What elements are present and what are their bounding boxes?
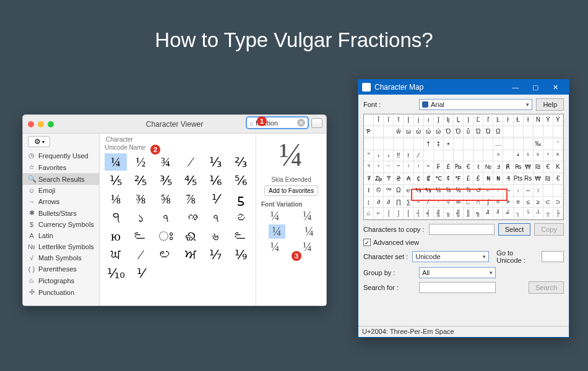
clear-search-button[interactable]: ✕	[297, 119, 305, 127]
character-cell[interactable]: ⅟	[204, 190, 227, 208]
character-cell[interactable]: ⅞	[464, 185, 473, 197]
character-cell[interactable]: Ī	[374, 114, 384, 126]
character-cell[interactable]: ⌡	[394, 208, 404, 220]
character-cell[interactable]	[424, 150, 434, 162]
font-variation-glyph[interactable]: ¼	[303, 240, 312, 254]
character-cell[interactable]: ∑	[404, 197, 413, 208]
character-cell[interactable]: ī	[384, 114, 394, 126]
character-cell[interactable]: ╣	[454, 208, 464, 220]
character-cell[interactable]: ∕	[424, 197, 434, 208]
character-cell[interactable]: ⁿ	[424, 161, 434, 173]
font-variation-glyph[interactable]: ¼	[269, 224, 285, 239]
character-cell[interactable]: ≡	[514, 197, 524, 208]
character-cell[interactable]: ੧	[105, 209, 127, 226]
character-cell[interactable]: ŵ	[394, 126, 404, 138]
character-cell[interactable]: ┬	[543, 208, 553, 220]
character-cell[interactable]: ⅖	[129, 172, 152, 189]
character-cell[interactable]: ΰ	[464, 126, 473, 138]
character-cell[interactable]: ↔	[524, 185, 534, 197]
character-cell[interactable]: ⅓	[414, 185, 424, 197]
character-cell[interactable]: ĭ	[394, 114, 404, 126]
character-cell[interactable]: ১	[129, 209, 152, 226]
character-cell[interactable]: ╡	[424, 208, 434, 220]
character-cell[interactable]: ǃ	[404, 150, 413, 162]
character-cell[interactable]: ║	[464, 208, 473, 220]
character-cell[interactable]: ©	[374, 185, 384, 197]
character-cell[interactable]: Ω	[394, 185, 404, 197]
character-cell[interactable]: ౬	[129, 228, 152, 245]
character-cell[interactable]	[155, 265, 177, 282]
character-cell[interactable]	[473, 150, 483, 162]
character-cell[interactable]: ₪	[543, 173, 553, 185]
character-cell[interactable]: ™	[384, 185, 394, 197]
character-cell[interactable]: ⅝	[155, 190, 177, 208]
character-cell[interactable]: ↑	[493, 185, 503, 197]
font-variation-glyph[interactable]: ¼	[305, 224, 314, 239]
character-cell[interactable]	[394, 139, 404, 150]
win-character-grid[interactable]: ĪīĭĮįıĵķĻļĽľĿŀŁłŃÝÝƤ ŵωώώώΌΌΰΏΏΩ †‡• … ‰…	[363, 114, 564, 220]
character-cell[interactable]: ∂	[374, 197, 384, 208]
character-cell[interactable]: ⅙	[204, 172, 227, 189]
character-cell[interactable]: ↓	[514, 185, 524, 197]
character-cell[interactable]	[543, 139, 553, 150]
character-cell[interactable]: ਅ	[179, 246, 202, 263]
character-cell[interactable]	[384, 139, 394, 150]
character-cell[interactable]	[230, 265, 252, 282]
character-cell[interactable]	[553, 185, 563, 197]
character-cell[interactable]: ⅔	[424, 185, 434, 197]
character-cell[interactable]: ↕	[534, 185, 543, 197]
advanced-view-checkbox[interactable]: ✓ Advanced view	[363, 239, 564, 246]
character-cell[interactable]: į	[414, 114, 424, 126]
character-cell[interactable]: ₤	[473, 173, 483, 185]
character-cell[interactable]	[503, 150, 513, 162]
character-cell[interactable]: └	[524, 208, 534, 220]
character-cell[interactable]: ‼	[394, 150, 404, 162]
character-cell[interactable]: ю	[105, 228, 127, 245]
character-cell[interactable]: ķ	[444, 114, 454, 126]
character-cell[interactable]: Ⅎ	[493, 161, 503, 173]
sidebar-item[interactable]: №Letterlike Symbols	[23, 241, 99, 252]
character-cell[interactable]: ≤	[524, 197, 534, 208]
character-cell[interactable]: ₰	[503, 173, 513, 185]
sidebar-item[interactable]: √Math Symbols	[23, 252, 99, 263]
sidebar-item[interactable]: ✢Punctuation	[23, 286, 99, 298]
character-cell[interactable]: ľ	[483, 114, 493, 126]
character-cell[interactable]: ⁴	[514, 150, 524, 162]
character-cell[interactable]: Ł	[514, 114, 524, 126]
character-cell[interactable]: ਘ	[105, 246, 127, 263]
character-cell[interactable]: ├	[553, 208, 563, 220]
character-cell[interactable]: ≈	[493, 197, 503, 208]
character-cell[interactable]: ⁰	[493, 150, 503, 162]
character-cell[interactable]: ∟	[464, 197, 473, 208]
character-cell[interactable]: ⁄	[179, 153, 202, 171]
character-cell[interactable]: ₯	[374, 173, 384, 185]
character-cell[interactable]: ₣	[434, 161, 444, 173]
character-cell[interactable]: │	[404, 208, 413, 220]
character-cell[interactable]	[179, 265, 202, 282]
font-select[interactable]: Arial ▾	[419, 99, 532, 110]
character-cell[interactable]: ╜	[493, 208, 503, 220]
character-cell[interactable]: ώ	[414, 126, 424, 138]
goto-unicode-input[interactable]	[542, 251, 564, 262]
character-cell[interactable]: ₡	[424, 173, 434, 185]
character-cell[interactable]	[444, 150, 454, 162]
character-cell[interactable]: ′	[553, 139, 563, 150]
character-cell[interactable]: ଈ	[179, 228, 202, 245]
character-cell[interactable]: ‰	[534, 139, 543, 150]
charset-select[interactable]: Unicode ▾	[412, 251, 489, 262]
character-cell[interactable]: ⁹	[364, 161, 374, 173]
character-cell[interactable]	[473, 139, 483, 150]
character-cell[interactable]: ℓ	[364, 185, 374, 197]
character-cell[interactable]: ₦	[483, 173, 493, 185]
character-cell[interactable]: ļ	[464, 114, 473, 126]
maximize-button[interactable]: ▢	[525, 80, 545, 95]
character-cell[interactable]: Pts	[514, 173, 524, 185]
character-cell[interactable]	[503, 139, 513, 150]
character-cell[interactable]: ∏	[394, 197, 404, 208]
character-cell[interactable]: ℉	[454, 173, 464, 185]
character-cell[interactable]: ⅚	[230, 172, 252, 189]
character-cell[interactable]	[553, 126, 563, 138]
sidebar-item[interactable]: ◷Frequently Used	[23, 150, 99, 161]
character-cell[interactable]: ώ	[424, 126, 434, 138]
character-cell[interactable]: Ý	[543, 114, 553, 126]
